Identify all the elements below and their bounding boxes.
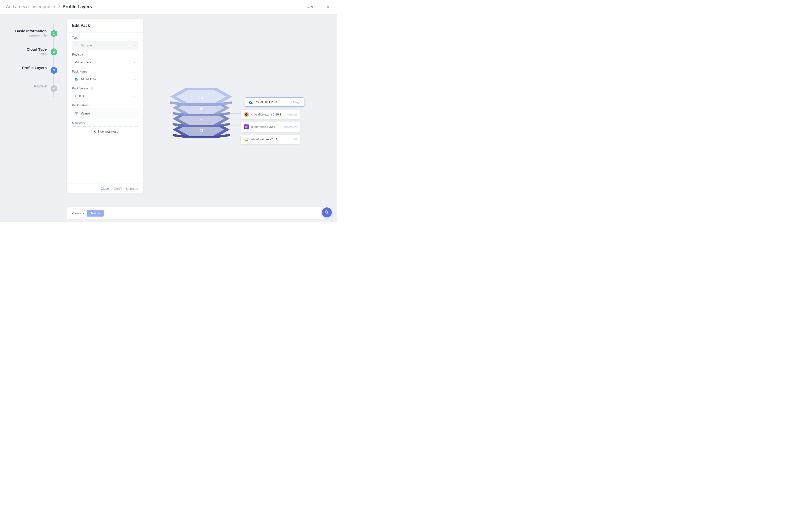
step-cloud-type[interactable]: Cloud Type azure 2 bbox=[0, 42, 67, 61]
breadcrumb-separator: > bbox=[57, 4, 60, 10]
azure-icon bbox=[248, 100, 253, 104]
close-button[interactable]: Close bbox=[100, 187, 109, 190]
registry-value: Public Repo bbox=[75, 60, 92, 64]
layer-category: OS bbox=[293, 138, 298, 141]
panel-title: Edit Pack bbox=[67, 19, 143, 33]
layer-category: Network bbox=[288, 113, 298, 116]
manifests-label: Manifests bbox=[72, 121, 138, 125]
packname-select[interactable]: Azure Disk ▾ bbox=[72, 75, 138, 83]
layer-category: Kubernetes bbox=[284, 126, 298, 128]
step-badge: 1 bbox=[51, 30, 57, 37]
packdetails-label: Pack Details bbox=[72, 103, 138, 107]
values-label: Values bbox=[81, 112, 90, 115]
registry-label: Registry bbox=[72, 53, 138, 56]
azure-icon bbox=[75, 77, 78, 81]
wizard-sidebar: Basic Information azure-profile 1 Cloud … bbox=[0, 14, 67, 222]
step-title: Profile Layers bbox=[22, 65, 47, 70]
step-title: Cloud Type bbox=[26, 47, 47, 52]
layer-category: Storage bbox=[291, 100, 301, 103]
layer-name: ubuntu-azure 22.04 bbox=[251, 138, 277, 141]
confirm-updates-button[interactable]: Confirm Updates bbox=[114, 187, 138, 190]
search-icon bbox=[325, 210, 329, 214]
chevron-down-icon: ▾ bbox=[134, 78, 135, 80]
layer-card-network[interactable]: cni-calico-azure 3.26.1 Network bbox=[241, 110, 301, 119]
layer-card-storage[interactable]: csi-azure 1.28.3 Storage bbox=[245, 97, 304, 107]
layer-name: csi-azure 1.28.3 bbox=[256, 100, 277, 104]
layer-name: cni-calico-azure 3.26.1 bbox=[251, 113, 281, 116]
chevron-down-icon: ▾ bbox=[134, 95, 135, 97]
svg-point-5 bbox=[246, 114, 246, 114]
arrow-right-icon: → bbox=[98, 211, 101, 215]
close-icon[interactable]: ✕ bbox=[325, 3, 331, 11]
values-row[interactable]: Values bbox=[72, 109, 138, 118]
search-fab[interactable] bbox=[322, 207, 332, 217]
type-value: Storage bbox=[81, 43, 92, 47]
kubernetes-icon bbox=[244, 125, 249, 129]
globe-icon bbox=[199, 107, 203, 111]
type-label: Type bbox=[72, 36, 138, 39]
svg-point-4 bbox=[245, 113, 248, 116]
svg-point-0 bbox=[75, 44, 78, 45]
packname-label: Pack Name bbox=[72, 70, 138, 73]
stack-layer-storage[interactable] bbox=[170, 93, 232, 105]
disk-icon bbox=[199, 96, 203, 100]
layer-name: kubernetes 1.30.4 bbox=[251, 125, 275, 129]
breadcrumb-prev[interactable]: Add a new cluster profile bbox=[6, 4, 55, 10]
layer-card-kubernetes[interactable]: kubernetes 1.30.4 Kubernetes bbox=[241, 122, 301, 132]
layer-card-os[interactable]: ubuntu-azure 22.04 OS bbox=[241, 135, 301, 144]
previous-button[interactable]: Previous bbox=[72, 211, 84, 215]
breadcrumb: Add a new cluster profile > Profile Laye… bbox=[6, 4, 92, 10]
header-divider bbox=[319, 4, 319, 10]
step-subtitle: azure-profile bbox=[15, 34, 47, 37]
main-content: Edit Pack Type Storage ▾ Registry bbox=[67, 14, 337, 222]
edit-pack-panel: Edit Pack Type Storage ▾ Registry bbox=[67, 19, 143, 193]
stack-layer-os[interactable] bbox=[173, 127, 230, 138]
svg-rect-7 bbox=[245, 138, 248, 140]
layer-stack-visual bbox=[166, 93, 236, 151]
plus-circle-icon: + bbox=[93, 130, 96, 133]
type-select: Storage ▾ bbox=[72, 41, 138, 50]
step-review[interactable]: Review 4 bbox=[0, 79, 67, 97]
new-manifest-button[interactable]: + New manifest bbox=[72, 127, 138, 136]
info-icon[interactable]: i bbox=[91, 87, 94, 90]
step-badge: 4 bbox=[51, 85, 57, 92]
packname-value: Azure Disk bbox=[81, 77, 96, 81]
storage-icon bbox=[75, 43, 78, 47]
layer-cards: csi-azure 1.28.3 Storage cni-calico-azur… bbox=[241, 97, 304, 144]
step-badge: 2 bbox=[51, 48, 57, 56]
code-icon bbox=[75, 112, 78, 115]
packversion-select[interactable]: 1.28.3 ▾ bbox=[72, 92, 138, 100]
registry-select[interactable]: Public Repo ▾ bbox=[72, 58, 138, 66]
step-profile-layers[interactable]: Profile Layers 3 bbox=[0, 61, 67, 79]
svg-point-2 bbox=[200, 119, 202, 120]
svg-rect-3 bbox=[199, 129, 203, 132]
header: Add a new cluster profile > Profile Laye… bbox=[0, 0, 337, 14]
breadcrumb-current: Profile Layers bbox=[62, 4, 92, 10]
packversion-label: Pack Version i bbox=[72, 87, 138, 90]
step-title: Review bbox=[34, 84, 47, 88]
helm-icon bbox=[199, 118, 203, 122]
next-button[interactable]: Next → bbox=[87, 210, 104, 216]
stack-layer-network[interactable] bbox=[173, 105, 230, 116]
ubuntu-icon bbox=[244, 137, 249, 142]
step-subtitle: azure bbox=[26, 52, 47, 56]
chevron-down-icon: ▾ bbox=[134, 44, 135, 47]
step-title: Basic Information bbox=[15, 29, 47, 33]
wizard-footer: Previous Next → bbox=[67, 207, 331, 219]
new-manifest-label: New manifest bbox=[98, 130, 118, 133]
stack-layer-kubernetes[interactable] bbox=[173, 116, 230, 127]
chevron-down-icon: ▾ bbox=[134, 61, 135, 63]
step-basic-information[interactable]: Basic Information azure-profile 1 bbox=[0, 24, 67, 42]
packversion-value: 1.28.3 bbox=[75, 94, 84, 98]
step-badge: 3 bbox=[51, 66, 57, 74]
calico-icon bbox=[244, 112, 249, 117]
svg-point-6 bbox=[247, 114, 247, 114]
api-link[interactable]: API bbox=[307, 5, 313, 9]
window-icon bbox=[199, 129, 203, 133]
